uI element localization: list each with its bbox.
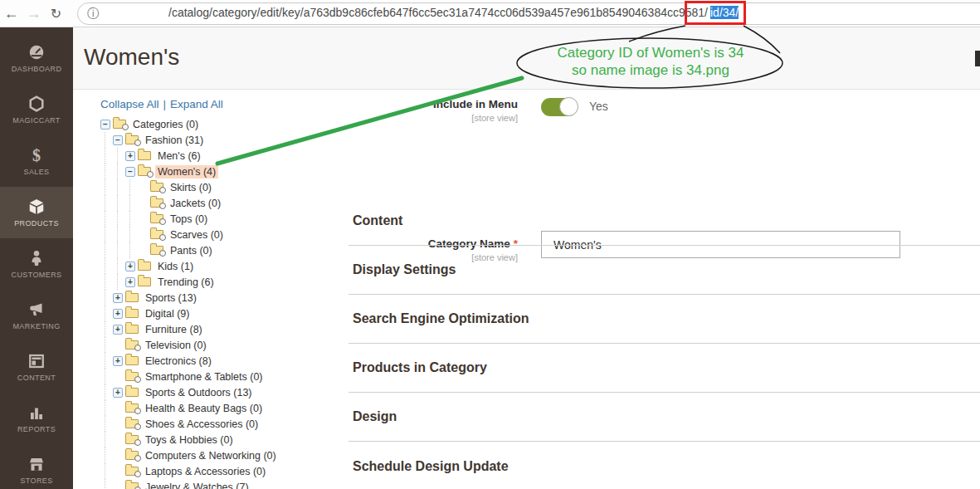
tree-indent-guide — [100, 306, 113, 321]
tree-item-label[interactable]: Computers & Networking (0) — [143, 449, 279, 462]
collapse-toggle-icon[interactable]: − — [125, 167, 135, 177]
section-schedule-design-update[interactable]: Schedule Design Update — [349, 442, 980, 489]
collapse-all-link[interactable]: Collapse All — [100, 98, 159, 110]
tree-item-laptops-accessories-0: Laptops & Accessories (0) — [100, 463, 366, 479]
reload-icon[interactable]: ↻ — [45, 0, 67, 27]
toggle-knob — [559, 97, 578, 116]
include-in-menu-toggle[interactable] — [541, 98, 578, 116]
section-content[interactable]: Content — [349, 197, 980, 246]
tree-indent-guide — [125, 211, 138, 227]
tree-item-electronics-8: +Electronics (8) — [100, 353, 366, 369]
include-in-menu-label: Include in Menu [store view] — [349, 98, 518, 125]
tree-item-label[interactable]: Pants (0) — [168, 244, 215, 257]
tree-indent-guide — [100, 321, 113, 337]
address-bar[interactable]: ⓘ /catalog/category/edit/key/a763db9c86c… — [77, 2, 980, 25]
tree-item-label[interactable]: Shoes & Accessories (0) — [143, 418, 261, 431]
tree-item-label[interactable]: Sports (13) — [143, 291, 199, 305]
back-icon[interactable]: ← — [0, 0, 22, 27]
folder-icon — [138, 167, 151, 176]
folder-icon — [125, 135, 139, 144]
folder-icon — [125, 419, 139, 428]
tree-indent-guide — [113, 227, 125, 242]
svg-text:$: $ — [32, 147, 41, 164]
expand-all-link[interactable]: Expand All — [170, 98, 223, 110]
sidebar-item-products[interactable]: PRODUCTS — [0, 187, 73, 238]
sidebar-item-content[interactable]: CONTENT — [0, 341, 73, 393]
expand-toggle-icon[interactable]: + — [125, 262, 135, 271]
folder-icon — [150, 183, 163, 192]
content-icon — [28, 353, 45, 369]
tree-item-label[interactable]: Women's (4) — [155, 165, 218, 178]
tree-item-label[interactable]: Laptops & Accessories (0) — [143, 465, 268, 478]
tree-item-label[interactable]: Scarves (0) — [168, 228, 226, 242]
tree-item-toys-hobbies-0: Toys & Hobbies (0) — [100, 432, 366, 447]
annotation-red-box: id/34/ — [685, 1, 746, 25]
folder-icon — [150, 230, 163, 239]
section-search-engine-optimization[interactable]: Search Engine Optimization — [349, 295, 980, 344]
tree-item-label[interactable]: Television (0) — [143, 339, 209, 352]
sidebar-item-reports[interactable]: REPORTS — [0, 393, 73, 444]
sidebar-item-label: MARKETING — [12, 322, 60, 330]
tree-indent-guide — [100, 164, 113, 179]
truncated-corner-element — [975, 51, 980, 66]
tree-item-label[interactable]: Trending (6) — [155, 276, 217, 289]
sidebar-item-sales[interactable]: $SALES — [0, 135, 73, 187]
tree-indent-guide — [100, 479, 113, 489]
folder-icon — [138, 262, 151, 271]
section-title: Content — [353, 213, 402, 228]
tree-item-label[interactable]: Tops (0) — [168, 213, 210, 226]
section-display-settings[interactable]: Display Settings — [349, 246, 980, 295]
tree-item-furniture-8: +Furniture (8) — [100, 321, 366, 337]
tree-indent-guide — [125, 242, 138, 258]
tree-indent-guide — [100, 258, 113, 274]
expand-toggle-icon[interactable]: + — [113, 293, 123, 303]
tree-item-label[interactable]: Skirts (0) — [168, 181, 214, 194]
sidebar-item-customers[interactable]: CUSTOMERS — [0, 238, 73, 290]
section-design[interactable]: Design — [349, 393, 980, 442]
url-text[interactable]: /catalog/category/edit/key/a763db9c86cfe… — [168, 2, 746, 26]
section-products-in-category[interactable]: Products in Category — [349, 344, 980, 393]
page-info-icon[interactable]: ⓘ — [87, 7, 99, 22]
folder-icon — [125, 340, 139, 350]
page-header: Women's — [73, 27, 980, 90]
tree-indent-guide — [100, 369, 113, 384]
collapse-toggle-icon[interactable]: − — [100, 120, 110, 130]
folder-icon — [125, 293, 139, 302]
expand-toggle-icon[interactable]: + — [113, 309, 123, 319]
section-title: Search Engine Optimization — [353, 311, 529, 326]
expand-toggle-icon[interactable]: + — [125, 277, 135, 287]
expand-toggle-icon[interactable]: + — [113, 356, 123, 366]
tree-item-label[interactable]: Electronics (8) — [143, 355, 214, 368]
tree-item-label[interactable]: Toys & Hobbies (0) — [143, 433, 236, 447]
tree-item-label[interactable]: Men's (6) — [155, 149, 203, 163]
expand-toggle-icon[interactable]: + — [113, 325, 123, 335]
sidebar-item-stores[interactable]: STORES — [0, 444, 73, 489]
tree-item-label[interactable]: Smartphone & Tablets (0) — [143, 370, 266, 384]
sidebar-item-magiccart[interactable]: MAGICCART — [0, 84, 73, 135]
section-title: Schedule Design Update — [353, 459, 509, 474]
expand-toggle-icon[interactable]: + — [125, 151, 135, 161]
tree-indent-guide — [100, 242, 113, 258]
tree-item-label[interactable]: Furniture (8) — [143, 323, 205, 336]
tree-item-tops-0: Tops (0) — [100, 211, 366, 227]
sidebar-item-dashboard[interactable]: DASHBOARD — [0, 32, 73, 84]
tree-item-label[interactable]: Fashion (31) — [143, 134, 206, 147]
tree-item-label[interactable]: Jewelry & Watches (7) — [143, 481, 251, 489]
tree-item-label[interactable]: Categories (0) — [130, 118, 201, 131]
tree-indent-guide — [113, 211, 125, 227]
field-scope: [store view] — [471, 113, 518, 123]
expand-toggle-icon[interactable]: + — [113, 388, 123, 398]
sidebar-item-label: STORES — [20, 477, 52, 485]
collapse-toggle-icon[interactable]: − — [113, 135, 123, 145]
link-separator: | — [163, 98, 167, 110]
forward-icon[interactable]: → — [22, 0, 45, 27]
tree-item-label[interactable]: Digital (9) — [143, 307, 193, 320]
tree-item-label[interactable]: Jackets (0) — [168, 197, 223, 210]
tree-item-label[interactable]: Kids (1) — [155, 260, 196, 273]
tree-indent-guide — [100, 353, 113, 369]
marketing-icon — [28, 301, 45, 318]
tree-item-label[interactable]: Health & Beauty Bags (0) — [143, 402, 265, 415]
tree-item-label[interactable]: Sports & Outdoors (13) — [143, 386, 255, 399]
sidebar-item-marketing[interactable]: MARKETING — [0, 290, 73, 341]
tree-indent-guide — [113, 242, 125, 258]
